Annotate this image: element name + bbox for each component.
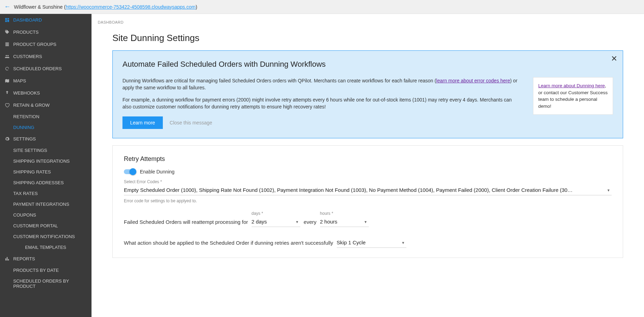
sidebar-item-label: REPORTS [13, 256, 35, 261]
error-codes-label: Select Error Codes * [124, 179, 612, 184]
share-icon [4, 90, 10, 96]
retry-sentence-b: every [304, 219, 317, 227]
sidebar-item-label: PRODUCTS BY DATE [13, 268, 59, 273]
sidebar-item-label: RETENTION [13, 114, 39, 119]
sidebar-item-dunning[interactable]: DUNNING [0, 122, 92, 133]
sidebar-item-label: CUSTOMERS [13, 54, 42, 59]
info-text: Dunning Workflows are critical for manag… [122, 77, 519, 129]
learn-more-button[interactable]: Learn more [122, 116, 163, 129]
action-select[interactable]: Skip 1 Cycle ▼ [337, 237, 406, 248]
sidebar-item-webhooks[interactable]: WEBHOOKS [0, 87, 92, 99]
sidebar-item-shipping-rates[interactable]: SHIPPING RATES [0, 166, 92, 177]
sidebar-item-label: MAPS [13, 78, 26, 83]
sidebar-item-label: COUPONS [13, 212, 36, 218]
error-codes-select[interactable]: Empty Scheduled Order (1000), Shipping R… [124, 185, 612, 195]
hours-value: 2 hours [320, 217, 369, 227]
site-name: Wildflower & Sunshine (https://woocommer… [14, 4, 197, 10]
sidebar-item-reports[interactable]: REPORTS [0, 253, 92, 265]
info-aside: Learn more about Dunning here, or contac… [533, 77, 613, 115]
days-value: 2 days [252, 217, 300, 227]
sidebar: DASHBOARD PRODUCTS PRODUCT GROUPS CUSTOM… [0, 14, 92, 317]
sidebar-item-scheduled-orders[interactable]: SCHEDULED ORDERS [0, 63, 92, 75]
sidebar-item-label: SHIPPING RATES [13, 169, 51, 174]
sidebar-item-label: PRODUCT GROUPS [13, 42, 56, 47]
refresh-icon [4, 66, 10, 71]
hours-label: hours * [320, 211, 369, 216]
main-content: DASHBOARD Site Dunning Settings ✕ Automa… [92, 14, 644, 317]
hours-select[interactable]: 2 hours ▼ [320, 217, 369, 227]
topbar: ← Wildflower & Sunshine (https://woocomm… [0, 0, 644, 14]
site-url-link[interactable]: https://woocommerce-753422-4508598.cloud… [66, 4, 196, 10]
sidebar-item-retain-grow[interactable]: RETAIN & GROW [0, 99, 92, 111]
sidebar-item-tax-rates[interactable]: TAX RATES [0, 188, 92, 199]
retry-heading: Retry Attempts [124, 155, 612, 163]
sidebar-item-payment-integrations[interactable]: PAYMENT INTEGRATIONS [0, 199, 92, 210]
info-para2: For example, a dunning workflow for paym… [122, 96, 519, 111]
sidebar-item-label: TAX RATES [13, 191, 38, 196]
sidebar-item-label: EMAIL TEMPLATES [25, 245, 66, 250]
map-icon [4, 78, 10, 83]
chart-icon [4, 256, 10, 261]
info-heading: Automate Failed Scheduled Orders with Du… [122, 60, 613, 69]
info-panel: ✕ Automate Failed Scheduled Orders with … [112, 50, 623, 138]
sidebar-item-products[interactable]: PRODUCTS [0, 26, 92, 38]
sidebar-item-scheduled-orders-by-product[interactable]: SCHEDULED ORDERS BY PRODUCT [0, 276, 92, 292]
sidebar-item-label: RETAIN & GROW [13, 103, 49, 108]
sidebar-item-products-by-date[interactable]: PRODUCTS BY DATE [0, 265, 92, 276]
sidebar-item-label: SCHEDULED ORDERS [13, 66, 62, 71]
back-arrow-icon[interactable]: ← [4, 3, 10, 10]
heart-icon [4, 103, 10, 108]
sidebar-item-label: PAYMENT INTEGRATIONS [13, 202, 69, 207]
error-codes-helper: Error code for settings to be applyed to… [124, 198, 612, 203]
close-icon[interactable]: ✕ [611, 54, 617, 63]
sidebar-item-customer-portal[interactable]: CUSTOMER PORTAL [0, 220, 92, 231]
retry-attempts-card: Retry Attempts Enable Dunning Select Err… [112, 145, 623, 258]
sidebar-item-product-groups[interactable]: PRODUCT GROUPS [0, 38, 92, 50]
breadcrumb[interactable]: DASHBOARD [92, 14, 644, 26]
sidebar-item-email-templates[interactable]: EMAIL TEMPLATES [0, 242, 92, 253]
layers-icon [4, 42, 10, 47]
sidebar-item-label: CUSTOMER PORTAL [13, 223, 58, 228]
sidebar-item-label: SITE SETTINGS [13, 148, 47, 153]
sidebar-item-label: SETTINGS [13, 136, 36, 141]
page-title: Site Dunning Settings [92, 26, 644, 50]
sidebar-item-label: CUSTOMER NOTIFICATIONS [13, 234, 75, 239]
sidebar-item-settings[interactable]: SETTINGS [0, 133, 92, 145]
tag-icon [4, 30, 10, 35]
sidebar-item-coupons[interactable]: COUPONS [0, 210, 92, 220]
action-sentence: What action should be applied to the Sch… [124, 240, 333, 248]
sidebar-item-site-settings[interactable]: SITE SETTINGS [0, 145, 92, 156]
info-para1-a: Dunning Workflows are critical for manag… [122, 78, 436, 83]
sidebar-item-label: SCHEDULED ORDERS BY PRODUCT [13, 278, 87, 289]
sidebar-item-shipping-addresses[interactable]: SHIPPING ADDRESSES [0, 177, 92, 188]
learn-dunning-link[interactable]: Learn more about Dunning here [538, 83, 605, 88]
sidebar-item-retention[interactable]: RETENTION [0, 111, 92, 122]
sidebar-item-label: SHIPPING INTEGRATIONS [13, 158, 70, 164]
enable-dunning-toggle[interactable] [124, 169, 136, 174]
sidebar-item-maps[interactable]: MAPS [0, 75, 92, 87]
days-label: days * [252, 211, 300, 216]
sidebar-item-label: PRODUCTS [13, 30, 39, 35]
users-icon [4, 54, 10, 59]
sidebar-item-customer-notifications[interactable]: CUSTOMER NOTIFICATIONS [0, 231, 92, 242]
error-codes-link[interactable]: learn more about error codes here [436, 78, 510, 83]
sidebar-item-label: DASHBOARD [13, 17, 42, 23]
close-message-button[interactable]: Close this message [170, 120, 212, 125]
sidebar-item-customers[interactable]: CUSTOMERS [0, 50, 92, 63]
retry-sentence-a: Failed Scheduled Orders will reattempt p… [124, 219, 248, 227]
dashboard-icon [4, 17, 10, 23]
enable-dunning-label: Enable Dunning [140, 169, 175, 174]
days-select[interactable]: 2 days ▼ [252, 217, 300, 227]
sidebar-item-label: SHIPPING ADDRESSES [13, 180, 64, 185]
sidebar-item-label: DUNNING [13, 125, 34, 130]
sidebar-item-label: WEBHOOKS [13, 90, 40, 96]
action-value: Skip 1 Cycle [337, 237, 406, 248]
sidebar-item-shipping-integrations[interactable]: SHIPPING INTEGRATIONS [0, 156, 92, 166]
error-codes-value: Empty Scheduled Order (1000), Shipping R… [124, 185, 612, 195]
gear-icon [4, 136, 10, 141]
sidebar-item-dashboard[interactable]: DASHBOARD [0, 14, 92, 26]
